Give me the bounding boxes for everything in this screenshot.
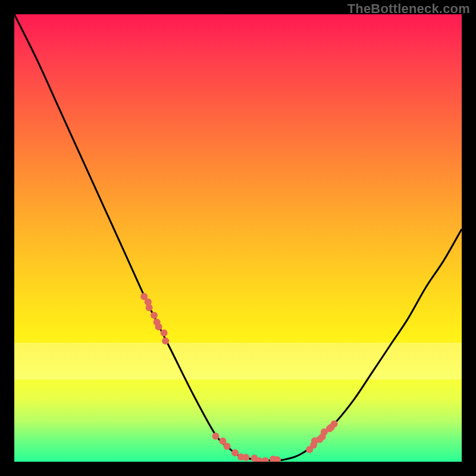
highlight-dot	[155, 323, 162, 330]
highlight-dot	[146, 304, 153, 311]
chart-frame: TheBottleneck.com	[0, 0, 476, 476]
highlight-dot	[151, 312, 158, 319]
highlight-dot	[262, 457, 269, 462]
highlight-dot	[162, 337, 169, 345]
highlight-dot	[331, 420, 338, 427]
highlight-dot	[224, 443, 231, 450]
curve-svg	[14, 14, 462, 462]
bottleneck-curve	[14, 14, 462, 461]
highlight-dot	[161, 330, 168, 337]
highlight-dot	[242, 454, 249, 461]
highlight-dot	[231, 449, 239, 456]
highlight-dot	[212, 433, 219, 440]
dot-cluster-right	[306, 420, 337, 453]
dot-cluster-valley	[212, 433, 281, 462]
plot-area	[14, 14, 462, 462]
